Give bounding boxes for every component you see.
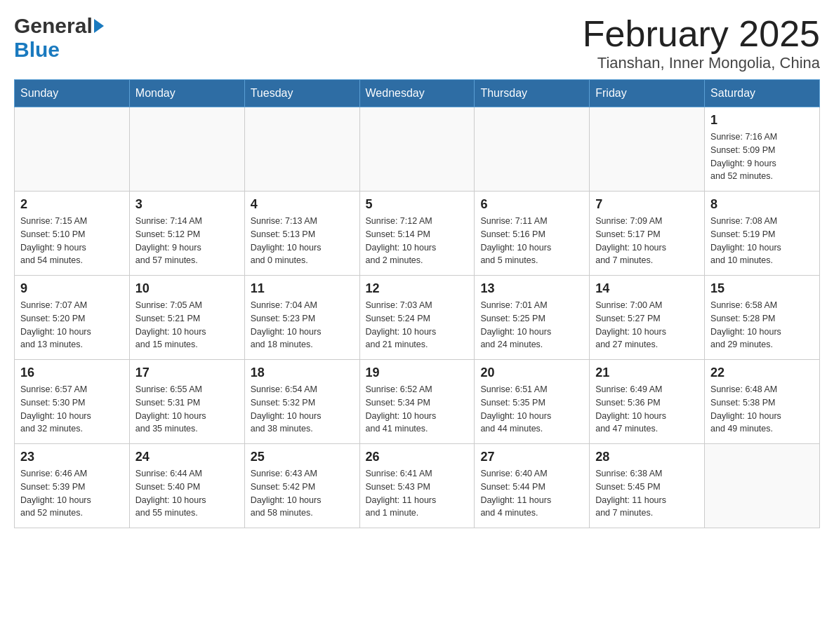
day-info: Sunrise: 6:58 AMSunset: 5:28 PMDaylight:…	[710, 299, 814, 351]
day-info: Sunrise: 6:43 AMSunset: 5:42 PMDaylight:…	[251, 467, 354, 520]
day-number: 23	[20, 450, 124, 464]
calendar-day-cell	[590, 107, 705, 192]
calendar-week-row: 16Sunrise: 6:57 AMSunset: 5:30 PMDayligh…	[15, 360, 820, 444]
calendar-header-row: SundayMondayTuesdayWednesdayThursdayFrid…	[15, 80, 820, 107]
calendar-title: February 2025	[583, 14, 820, 54]
calendar-day-cell: 15Sunrise: 6:58 AMSunset: 5:28 PMDayligh…	[705, 276, 820, 360]
calendar-day-cell: 23Sunrise: 6:46 AMSunset: 5:39 PMDayligh…	[15, 444, 130, 528]
day-info: Sunrise: 6:57 AMSunset: 5:30 PMDaylight:…	[20, 383, 124, 436]
day-number: 8	[710, 197, 814, 212]
calendar-day-cell	[475, 107, 590, 192]
day-number: 14	[595, 281, 699, 296]
calendar-subtitle: Tianshan, Inner Mongolia, China	[583, 54, 820, 72]
calendar-day-cell: 17Sunrise: 6:55 AMSunset: 5:31 PMDayligh…	[129, 360, 244, 444]
day-info: Sunrise: 7:01 AMSunset: 5:25 PMDaylight:…	[480, 299, 583, 351]
day-number: 28	[595, 450, 699, 464]
day-number: 2	[20, 197, 124, 212]
day-info: Sunrise: 7:05 AMSunset: 5:21 PMDaylight:…	[135, 299, 239, 351]
day-info: Sunrise: 6:49 AMSunset: 5:36 PMDaylight:…	[595, 383, 699, 436]
calendar-day-cell: 24Sunrise: 6:44 AMSunset: 5:40 PMDayligh…	[129, 444, 244, 528]
day-number: 20	[480, 365, 583, 380]
calendar-day-cell: 25Sunrise: 6:43 AMSunset: 5:42 PMDayligh…	[244, 444, 359, 528]
day-info: Sunrise: 7:16 AMSunset: 5:09 PMDaylight:…	[710, 130, 814, 183]
day-info: Sunrise: 7:07 AMSunset: 5:20 PMDaylight:…	[20, 299, 124, 351]
logo-arrow-icon	[94, 19, 104, 33]
calendar-weekday-header: Tuesday	[244, 80, 359, 107]
calendar-week-row: 1Sunrise: 7:16 AMSunset: 5:09 PMDaylight…	[15, 107, 820, 192]
day-number: 9	[20, 281, 124, 296]
day-number: 18	[251, 365, 354, 380]
calendar-week-row: 9Sunrise: 7:07 AMSunset: 5:20 PMDaylight…	[15, 276, 820, 360]
day-info: Sunrise: 7:08 AMSunset: 5:19 PMDaylight:…	[710, 215, 814, 267]
calendar-day-cell: 1Sunrise: 7:16 AMSunset: 5:09 PMDaylight…	[705, 107, 820, 192]
calendar-day-cell	[129, 107, 244, 192]
day-number: 24	[135, 450, 239, 464]
day-number: 26	[366, 450, 469, 464]
calendar-weekday-header: Monday	[129, 80, 244, 107]
day-number: 17	[135, 365, 239, 380]
day-info: Sunrise: 6:40 AMSunset: 5:44 PMDaylight:…	[480, 467, 583, 520]
day-info: Sunrise: 7:12 AMSunset: 5:14 PMDaylight:…	[366, 215, 469, 267]
day-info: Sunrise: 6:41 AMSunset: 5:43 PMDaylight:…	[366, 467, 469, 520]
calendar-day-cell: 18Sunrise: 6:54 AMSunset: 5:32 PMDayligh…	[244, 360, 359, 444]
calendar-day-cell: 4Sunrise: 7:13 AMSunset: 5:13 PMDaylight…	[244, 192, 359, 276]
day-number: 19	[366, 365, 469, 380]
calendar-day-cell: 22Sunrise: 6:48 AMSunset: 5:38 PMDayligh…	[705, 360, 820, 444]
calendar-day-cell: 5Sunrise: 7:12 AMSunset: 5:14 PMDaylight…	[359, 192, 475, 276]
calendar-day-cell: 14Sunrise: 7:00 AMSunset: 5:27 PMDayligh…	[590, 276, 705, 360]
calendar-day-cell: 12Sunrise: 7:03 AMSunset: 5:24 PMDayligh…	[359, 276, 475, 360]
day-number: 6	[480, 197, 583, 212]
day-info: Sunrise: 6:44 AMSunset: 5:40 PMDaylight:…	[135, 467, 239, 520]
day-info: Sunrise: 7:13 AMSunset: 5:13 PMDaylight:…	[251, 215, 354, 267]
day-number: 22	[710, 365, 814, 380]
day-info: Sunrise: 7:14 AMSunset: 5:12 PMDaylight:…	[135, 215, 239, 267]
day-number: 21	[595, 365, 699, 380]
calendar-day-cell: 2Sunrise: 7:15 AMSunset: 5:10 PMDaylight…	[15, 192, 130, 276]
day-info: Sunrise: 6:52 AMSunset: 5:34 PMDaylight:…	[366, 383, 469, 436]
calendar-day-cell: 13Sunrise: 7:01 AMSunset: 5:25 PMDayligh…	[475, 276, 590, 360]
logo: General Blue	[14, 14, 104, 62]
day-info: Sunrise: 6:38 AMSunset: 5:45 PMDaylight:…	[595, 467, 699, 520]
calendar-weekday-header: Sunday	[15, 80, 130, 107]
calendar-day-cell: 21Sunrise: 6:49 AMSunset: 5:36 PMDayligh…	[590, 360, 705, 444]
calendar-day-cell: 16Sunrise: 6:57 AMSunset: 5:30 PMDayligh…	[15, 360, 130, 444]
day-number: 1	[710, 113, 814, 128]
day-number: 7	[595, 197, 699, 212]
calendar-day-cell	[705, 444, 820, 528]
calendar-day-cell: 20Sunrise: 6:51 AMSunset: 5:35 PMDayligh…	[475, 360, 590, 444]
logo-general-text: General	[14, 14, 93, 38]
day-number: 12	[366, 281, 469, 296]
calendar-day-cell	[244, 107, 359, 192]
title-block: February 2025 Tianshan, Inner Mongolia, …	[583, 14, 820, 72]
calendar-day-cell: 28Sunrise: 6:38 AMSunset: 5:45 PMDayligh…	[590, 444, 705, 528]
calendar-day-cell: 11Sunrise: 7:04 AMSunset: 5:23 PMDayligh…	[244, 276, 359, 360]
calendar-weekday-header: Friday	[590, 80, 705, 107]
day-number: 10	[135, 281, 239, 296]
logo-blue-text: Blue	[14, 38, 60, 61]
calendar-day-cell: 3Sunrise: 7:14 AMSunset: 5:12 PMDaylight…	[129, 192, 244, 276]
day-number: 27	[480, 450, 583, 464]
calendar-day-cell: 27Sunrise: 6:40 AMSunset: 5:44 PMDayligh…	[475, 444, 590, 528]
day-info: Sunrise: 7:00 AMSunset: 5:27 PMDaylight:…	[595, 299, 699, 351]
day-info: Sunrise: 6:55 AMSunset: 5:31 PMDaylight:…	[135, 383, 239, 436]
day-info: Sunrise: 7:11 AMSunset: 5:16 PMDaylight:…	[480, 215, 583, 267]
calendar-day-cell: 19Sunrise: 6:52 AMSunset: 5:34 PMDayligh…	[359, 360, 475, 444]
day-number: 25	[251, 450, 354, 464]
day-number: 5	[366, 197, 469, 212]
day-number: 3	[135, 197, 239, 212]
day-number: 15	[710, 281, 814, 296]
page-header: General Blue February 2025 Tianshan, Inn…	[14, 14, 820, 72]
calendar-day-cell: 6Sunrise: 7:11 AMSunset: 5:16 PMDaylight…	[475, 192, 590, 276]
calendar-day-cell: 7Sunrise: 7:09 AMSunset: 5:17 PMDaylight…	[590, 192, 705, 276]
calendar-table: SundayMondayTuesdayWednesdayThursdayFrid…	[14, 79, 820, 528]
calendar-weekday-header: Thursday	[475, 80, 590, 107]
calendar-day-cell: 9Sunrise: 7:07 AMSunset: 5:20 PMDaylight…	[15, 276, 130, 360]
calendar-day-cell: 10Sunrise: 7:05 AMSunset: 5:21 PMDayligh…	[129, 276, 244, 360]
day-number: 4	[251, 197, 354, 212]
calendar-week-row: 2Sunrise: 7:15 AMSunset: 5:10 PMDaylight…	[15, 192, 820, 276]
day-info: Sunrise: 7:09 AMSunset: 5:17 PMDaylight:…	[595, 215, 699, 267]
day-info: Sunrise: 7:15 AMSunset: 5:10 PMDaylight:…	[20, 215, 124, 267]
calendar-day-cell: 8Sunrise: 7:08 AMSunset: 5:19 PMDaylight…	[705, 192, 820, 276]
day-info: Sunrise: 7:03 AMSunset: 5:24 PMDaylight:…	[366, 299, 469, 351]
day-number: 11	[251, 281, 354, 296]
